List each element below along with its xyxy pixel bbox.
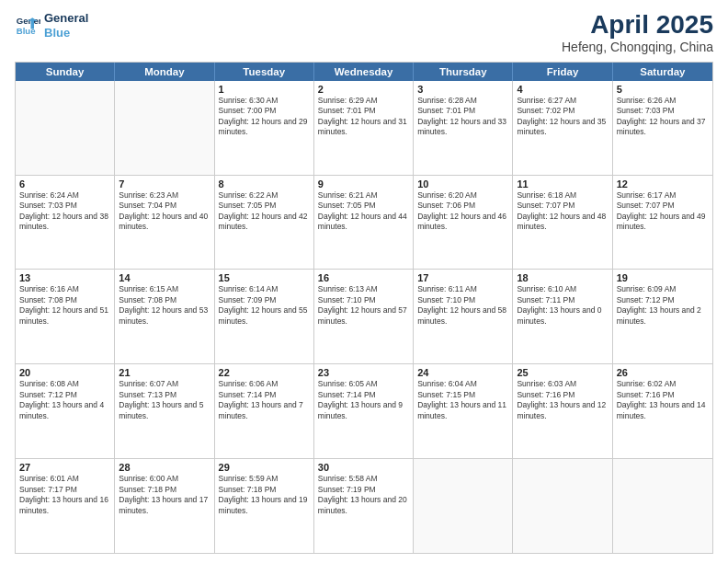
day-details: Sunrise: 6:26 AMSunset: 7:03 PMDaylight:… (617, 96, 709, 138)
calendar-empty-cell (16, 81, 115, 175)
calendar-empty-cell (115, 81, 214, 175)
calendar-day-4: 4Sunrise: 6:27 AMSunset: 7:02 PMDaylight… (513, 81, 612, 175)
calendar-day-6: 6Sunrise: 6:24 AMSunset: 7:03 PMDaylight… (16, 176, 115, 270)
day-number: 17 (417, 272, 508, 283)
calendar-day-25: 25Sunrise: 6:03 AMSunset: 7:16 PMDayligh… (513, 364, 612, 458)
calendar-day-19: 19Sunrise: 6:09 AMSunset: 7:12 PMDayligh… (613, 270, 712, 363)
header-day-wednesday: Wednesday (314, 63, 414, 81)
logo-text: General Blue (44, 11, 88, 40)
header-day-friday: Friday (513, 63, 612, 81)
day-details: Sunrise: 6:30 AMSunset: 7:00 PMDaylight:… (219, 96, 310, 138)
day-number: 24 (417, 367, 508, 378)
day-number: 2 (318, 84, 409, 95)
day-details: Sunrise: 6:02 AMSunset: 7:16 PMDaylight:… (617, 379, 709, 421)
day-number: 6 (19, 178, 110, 190)
header-day-sunday: Sunday (16, 63, 115, 81)
day-number: 9 (318, 178, 409, 190)
day-number: 22 (219, 367, 310, 378)
day-details: Sunrise: 6:15 AMSunset: 7:08 PMDaylight:… (119, 284, 210, 327)
calendar-row-5: 27Sunrise: 6:01 AMSunset: 7:17 PMDayligh… (16, 458, 712, 553)
day-details: Sunrise: 6:14 AMSunset: 7:09 PMDaylight:… (219, 284, 310, 327)
calendar-day-11: 11Sunrise: 6:18 AMSunset: 7:07 PMDayligh… (513, 176, 612, 270)
calendar-day-24: 24Sunrise: 6:04 AMSunset: 7:15 PMDayligh… (414, 364, 513, 458)
day-number: 21 (119, 367, 210, 378)
calendar-day-2: 2Sunrise: 6:29 AMSunset: 7:01 PMDaylight… (314, 81, 414, 175)
day-details: Sunrise: 6:05 AMSunset: 7:14 PMDaylight:… (318, 379, 409, 421)
calendar-day-29: 29Sunrise: 5:59 AMSunset: 7:18 PMDayligh… (215, 459, 314, 553)
day-number: 25 (517, 367, 608, 378)
calendar-day-22: 22Sunrise: 6:06 AMSunset: 7:14 PMDayligh… (215, 364, 314, 458)
day-number: 13 (19, 272, 110, 283)
day-number: 8 (219, 178, 310, 190)
day-details: Sunrise: 6:06 AMSunset: 7:14 PMDaylight:… (219, 379, 310, 421)
logo: General Blue General Blue (15, 11, 88, 40)
calendar: SundayMondayTuesdayWednesdayThursdayFrid… (15, 62, 713, 554)
calendar-empty-cell (513, 459, 612, 553)
day-number: 19 (617, 272, 709, 283)
header-day-saturday: Saturday (613, 63, 712, 81)
calendar-day-3: 3Sunrise: 6:28 AMSunset: 7:01 PMDaylight… (414, 81, 513, 175)
day-details: Sunrise: 6:28 AMSunset: 7:01 PMDaylight:… (417, 96, 508, 138)
day-number: 15 (219, 272, 310, 283)
calendar-header: SundayMondayTuesdayWednesdayThursdayFrid… (16, 63, 712, 81)
logo-icon: General Blue (15, 13, 40, 39)
calendar-row-2: 6Sunrise: 6:24 AMSunset: 7:03 PMDaylight… (16, 175, 712, 270)
calendar-day-21: 21Sunrise: 6:07 AMSunset: 7:13 PMDayligh… (115, 364, 214, 458)
day-number: 11 (517, 178, 608, 190)
day-details: Sunrise: 6:22 AMSunset: 7:05 PMDaylight:… (219, 190, 310, 233)
day-number: 5 (617, 84, 709, 95)
calendar-day-1: 1Sunrise: 6:30 AMSunset: 7:00 PMDaylight… (215, 81, 314, 175)
day-number: 10 (417, 178, 508, 190)
day-number: 23 (318, 367, 409, 378)
calendar-empty-cell (414, 459, 513, 553)
header-day-thursday: Thursday (414, 63, 513, 81)
day-number: 3 (417, 84, 508, 95)
day-number: 20 (19, 367, 110, 378)
day-number: 7 (119, 178, 210, 190)
day-number: 26 (617, 367, 709, 378)
day-number: 16 (318, 272, 409, 283)
month-title: April 2025 (562, 11, 713, 40)
calendar-day-7: 7Sunrise: 6:23 AMSunset: 7:04 PMDaylight… (115, 176, 214, 270)
day-number: 4 (517, 84, 608, 95)
day-details: Sunrise: 6:18 AMSunset: 7:07 PMDaylight:… (517, 190, 608, 233)
calendar-day-20: 20Sunrise: 6:08 AMSunset: 7:12 PMDayligh… (16, 364, 115, 458)
day-details: Sunrise: 6:17 AMSunset: 7:07 PMDaylight:… (617, 190, 709, 233)
calendar-row-1: 1Sunrise: 6:30 AMSunset: 7:00 PMDaylight… (16, 81, 712, 175)
calendar-row-4: 20Sunrise: 6:08 AMSunset: 7:12 PMDayligh… (16, 363, 712, 458)
day-details: Sunrise: 5:58 AMSunset: 7:19 PMDaylight:… (318, 474, 409, 516)
day-details: Sunrise: 6:27 AMSunset: 7:02 PMDaylight:… (517, 96, 608, 138)
header-day-monday: Monday (115, 63, 214, 81)
header-day-tuesday: Tuesday (215, 63, 314, 81)
day-details: Sunrise: 6:23 AMSunset: 7:04 PMDaylight:… (119, 190, 210, 233)
calendar-day-12: 12Sunrise: 6:17 AMSunset: 7:07 PMDayligh… (613, 176, 712, 270)
calendar-day-5: 5Sunrise: 6:26 AMSunset: 7:03 PMDaylight… (613, 81, 712, 175)
calendar-day-15: 15Sunrise: 6:14 AMSunset: 7:09 PMDayligh… (215, 270, 314, 363)
day-details: Sunrise: 6:01 AMSunset: 7:17 PMDaylight:… (19, 474, 110, 516)
day-number: 29 (219, 462, 310, 473)
day-number: 18 (517, 272, 608, 283)
calendar-day-18: 18Sunrise: 6:10 AMSunset: 7:11 PMDayligh… (513, 270, 612, 363)
page-header: General Blue General Blue April 2025 Hef… (15, 11, 713, 54)
calendar-day-8: 8Sunrise: 6:22 AMSunset: 7:05 PMDaylight… (215, 176, 314, 270)
day-details: Sunrise: 6:13 AMSunset: 7:10 PMDaylight:… (318, 284, 409, 327)
day-details: Sunrise: 6:16 AMSunset: 7:08 PMDaylight:… (19, 284, 110, 327)
day-number: 1 (219, 84, 310, 95)
day-number: 27 (19, 462, 110, 473)
day-number: 14 (119, 272, 210, 283)
calendar-empty-cell (613, 459, 712, 553)
calendar-day-13: 13Sunrise: 6:16 AMSunset: 7:08 PMDayligh… (16, 270, 115, 363)
day-details: Sunrise: 6:04 AMSunset: 7:15 PMDaylight:… (417, 379, 508, 421)
day-details: Sunrise: 6:09 AMSunset: 7:12 PMDaylight:… (617, 284, 709, 327)
calendar-day-14: 14Sunrise: 6:15 AMSunset: 7:08 PMDayligh… (115, 270, 214, 363)
day-details: Sunrise: 5:59 AMSunset: 7:18 PMDaylight:… (219, 474, 310, 516)
location: Hefeng, Chongqing, China (562, 40, 713, 54)
day-details: Sunrise: 6:07 AMSunset: 7:13 PMDaylight:… (119, 379, 210, 421)
day-number: 30 (318, 462, 409, 473)
calendar-day-28: 28Sunrise: 6:00 AMSunset: 7:18 PMDayligh… (115, 459, 214, 553)
calendar-day-27: 27Sunrise: 6:01 AMSunset: 7:17 PMDayligh… (16, 459, 115, 553)
calendar-day-10: 10Sunrise: 6:20 AMSunset: 7:06 PMDayligh… (414, 176, 513, 270)
day-details: Sunrise: 6:10 AMSunset: 7:11 PMDaylight:… (517, 284, 608, 327)
calendar-day-9: 9Sunrise: 6:21 AMSunset: 7:05 PMDaylight… (314, 176, 414, 270)
day-details: Sunrise: 6:24 AMSunset: 7:03 PMDaylight:… (19, 190, 110, 233)
